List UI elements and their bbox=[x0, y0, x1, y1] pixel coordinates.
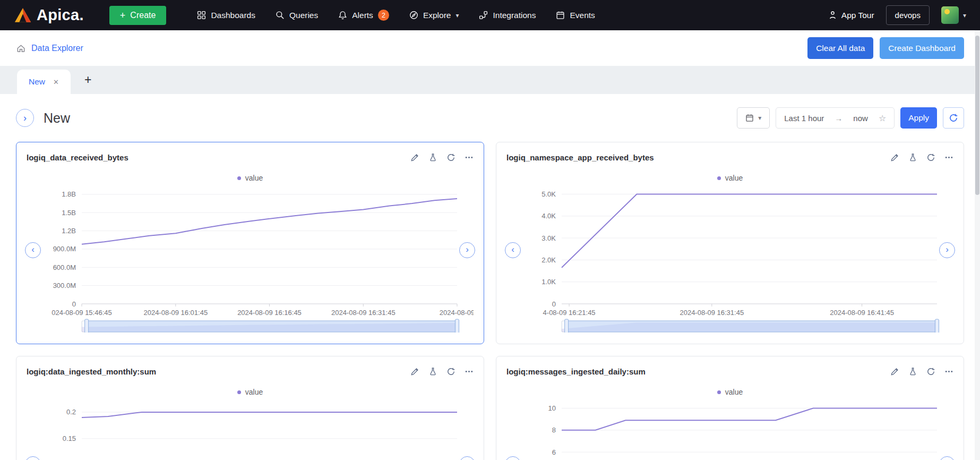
svg-text:0: 0 bbox=[72, 300, 76, 308]
page-header: Data Explorer Clear All data Create Dash… bbox=[0, 30, 980, 66]
header-actions: Clear All data Create Dashboard bbox=[807, 37, 964, 59]
svg-text:300.0M: 300.0M bbox=[53, 282, 76, 289]
tab-label: New bbox=[29, 77, 45, 87]
more-icon[interactable] bbox=[465, 153, 474, 162]
workspace-button[interactable]: devops bbox=[886, 5, 930, 25]
panel-actions bbox=[890, 367, 953, 376]
edit-icon[interactable] bbox=[890, 153, 899, 162]
chevron-down-icon: ▾ bbox=[758, 114, 761, 122]
svg-text:0.2: 0.2 bbox=[66, 408, 76, 416]
nav-item-integrations[interactable]: Integrations bbox=[479, 11, 536, 20]
flask-icon[interactable] bbox=[428, 367, 437, 376]
nav-label: Alerts bbox=[352, 11, 373, 20]
toolbar-right: ▾ Last 1 hour → now ☆ Apply bbox=[737, 107, 964, 129]
star-icon[interactable]: ☆ bbox=[879, 113, 886, 123]
flask-icon[interactable] bbox=[908, 153, 917, 162]
panel-next-button[interactable]: › bbox=[459, 242, 475, 258]
svg-text:6: 6 bbox=[552, 448, 556, 456]
integrations-icon bbox=[479, 11, 488, 20]
nav-label: Integrations bbox=[493, 11, 536, 20]
chart-panel: logiq_namespace_app_received_bytes bbox=[496, 142, 964, 344]
clear-all-data-button[interactable]: Clear All data bbox=[807, 37, 873, 59]
svg-text:2024-08-09: 2024-08-09 bbox=[440, 309, 474, 317]
line-chart: 1.8B1.5B1.2B900.0M600.0M300.0M0024-08-09… bbox=[27, 184, 474, 333]
expand-query-button[interactable]: › bbox=[16, 109, 34, 127]
chart-legend[interactable]: value bbox=[27, 387, 474, 397]
app-tour-button[interactable]: App Tour bbox=[828, 11, 874, 20]
svg-text:8: 8 bbox=[552, 426, 556, 434]
nav-item-events[interactable]: Events bbox=[556, 11, 595, 20]
edit-icon[interactable] bbox=[410, 367, 419, 376]
time-range-control[interactable]: Last 1 hour → now ☆ bbox=[776, 107, 895, 129]
legend-label: value bbox=[245, 174, 263, 182]
panel-prev-button[interactable]: ‹ bbox=[505, 242, 521, 258]
apply-button[interactable]: Apply bbox=[900, 107, 937, 129]
person-icon bbox=[828, 11, 837, 20]
nav-item-dashboards[interactable]: Dashboards bbox=[197, 11, 255, 20]
page-title: New bbox=[44, 110, 70, 126]
svg-text:0: 0 bbox=[552, 300, 556, 308]
svg-text:2024-08-09 16:31:45: 2024-08-09 16:31:45 bbox=[680, 309, 744, 317]
refresh-icon[interactable] bbox=[446, 367, 455, 376]
time-range-from: Last 1 hour bbox=[784, 114, 824, 123]
create-dashboard-button[interactable]: Create Dashboard bbox=[880, 37, 964, 59]
refresh-button[interactable] bbox=[943, 107, 964, 129]
svg-text:1.0K: 1.0K bbox=[541, 278, 556, 286]
flask-icon[interactable] bbox=[908, 367, 917, 376]
more-icon[interactable] bbox=[944, 153, 953, 162]
time-picker-dropdown[interactable]: ▾ bbox=[737, 107, 770, 129]
brand-name: Apica. bbox=[37, 6, 84, 24]
arrow-right-icon: → bbox=[835, 114, 843, 123]
legend-dot bbox=[717, 176, 721, 180]
nav-item-queries[interactable]: Queries bbox=[276, 11, 318, 20]
panel-next-button[interactable]: › bbox=[939, 242, 955, 258]
charts-grid: logiq_data_received_bytes bbox=[16, 142, 964, 460]
time-range-to: now bbox=[853, 114, 868, 123]
home-icon bbox=[16, 43, 26, 53]
add-tab-button[interactable]: + bbox=[84, 74, 91, 86]
legend-label: value bbox=[245, 388, 263, 396]
create-button[interactable]: + Create bbox=[109, 6, 167, 25]
tab-new[interactable]: New ✕ bbox=[17, 70, 71, 94]
chart-legend[interactable]: value bbox=[27, 173, 474, 183]
chart-panel: logiq_data_received_bytes bbox=[16, 142, 484, 344]
breadcrumb[interactable]: Data Explorer bbox=[16, 43, 83, 53]
chart-legend[interactable]: value bbox=[506, 173, 953, 183]
refresh-icon[interactable] bbox=[446, 153, 455, 162]
panel-title: logiq:messages_ingested_daily:sum bbox=[506, 367, 646, 376]
panel-title: logiq_data_received_bytes bbox=[27, 153, 128, 162]
chart-panel: logiq:messages_ingested_daily:sum bbox=[496, 356, 964, 460]
svg-text:2024-08-09 16:31:45: 2024-08-09 16:31:45 bbox=[331, 309, 396, 317]
chart-legend[interactable]: value bbox=[506, 387, 953, 397]
edit-icon[interactable] bbox=[410, 153, 419, 162]
panel-prev-button[interactable]: ‹ bbox=[25, 242, 41, 258]
create-button-label: Create bbox=[130, 11, 156, 20]
apica-logo[interactable]: Apica. bbox=[14, 6, 84, 24]
nav-label: Events bbox=[570, 11, 595, 20]
panel-header: logiq:messages_ingested_daily:sum bbox=[506, 365, 953, 378]
svg-text:2024-08-09 16:01:45: 2024-08-09 16:01:45 bbox=[143, 309, 208, 317]
nav-item-explore[interactable]: Explore ▾ bbox=[409, 11, 459, 20]
more-icon[interactable] bbox=[465, 367, 474, 376]
nav-label: Explore bbox=[423, 11, 451, 20]
panel-actions bbox=[410, 367, 474, 376]
svg-text:4.0K: 4.0K bbox=[541, 212, 556, 220]
breadcrumb-label: Data Explorer bbox=[31, 44, 83, 53]
user-menu[interactable]: ▾ bbox=[941, 6, 966, 24]
flask-icon[interactable] bbox=[428, 153, 437, 162]
scrollbar-track[interactable] bbox=[975, 30, 980, 460]
line-chart: 1086420 bbox=[506, 398, 953, 460]
chevron-down-icon: ▾ bbox=[455, 12, 459, 19]
more-icon[interactable] bbox=[944, 367, 953, 376]
nav-item-alerts[interactable]: Alerts 2 bbox=[338, 10, 389, 21]
edit-icon[interactable] bbox=[890, 367, 899, 376]
compass-icon bbox=[409, 11, 418, 20]
close-icon[interactable]: ✕ bbox=[53, 78, 59, 86]
scrollbar-thumb[interactable] bbox=[975, 36, 979, 195]
svg-text:10: 10 bbox=[548, 404, 556, 412]
refresh-icon[interactable] bbox=[926, 153, 935, 162]
refresh-icon[interactable] bbox=[926, 367, 935, 376]
main-nav: Dashboards Queries Alerts 2 Explore ▾ bbox=[197, 10, 595, 21]
calendar-icon bbox=[556, 11, 565, 20]
legend-label: value bbox=[725, 388, 743, 396]
